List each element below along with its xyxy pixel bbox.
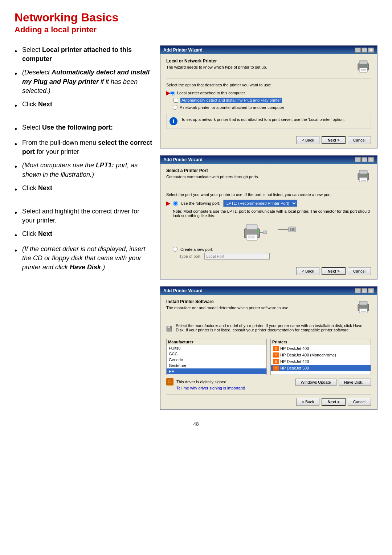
- wizard-2-printer-image: [166, 221, 371, 243]
- svg-point-31: [366, 306, 367, 307]
- svg-rect-33: [167, 326, 170, 328]
- wizard-2-back-button[interactable]: < Back: [296, 267, 319, 275]
- wizard-1-maximize[interactable]: □: [362, 48, 367, 53]
- bullet-italic-bold-1: Automatically detect and install my Plug…: [22, 69, 150, 85]
- manufacturer-item-fujitsu[interactable]: Fujitsu: [167, 345, 266, 351]
- wizard-2-cancel-button[interactable]: Cancel: [348, 267, 371, 275]
- wizard-1-minimize[interactable]: _: [355, 48, 361, 53]
- wizard-1-radio-local[interactable]: [170, 91, 175, 95]
- wizard-1-cancel-button[interactable]: Cancel: [348, 136, 371, 144]
- svg-rect-9: [361, 179, 366, 179]
- wizard-2-header-desc: Computers communicate with printers thro…: [166, 175, 259, 179]
- printer-illustration: [241, 221, 267, 243]
- have-disk-row: Windows Update Have Disk...: [295, 379, 371, 386]
- printer-list-header: Printers: [271, 339, 371, 345]
- manufacturer-item-gcc[interactable]: GCC: [167, 351, 266, 357]
- wizard-2-radio-create-port[interactable]: [173, 247, 177, 252]
- wizard-1-title: Add Printer Wizard: [163, 48, 203, 53]
- wizard-3-next-button[interactable]: Next >: [322, 398, 345, 406]
- wizard-3-close[interactable]: ✕: [368, 288, 374, 293]
- wizard-2-titlebar-buttons: _ □ ✕: [355, 157, 374, 162]
- wizard-1-titlebar: Add Printer Wizard _ □ ✕: [160, 46, 377, 54]
- wizard-1-next-button[interactable]: Next >: [322, 136, 345, 144]
- wizard-1-content: Select the option that describes the pri…: [166, 83, 371, 110]
- wizard-1-checkbox-auto[interactable]: [173, 98, 178, 103]
- bullet-pull-down: • From the pull-down menu select the cor…: [15, 138, 152, 156]
- printer-item-deskjet400m[interactable]: 🖨 HP DeskJet 400 (Monochrome): [271, 352, 371, 358]
- wizard-2-create-port: Create a new port:: [166, 247, 371, 252]
- bullet-text-1: Select Local printer attached to this co…: [22, 45, 152, 64]
- section-3: • Select and highlight the correct drive…: [15, 207, 152, 272]
- printer-item-deskjet400[interactable]: 🖨 HP DeskJet 400: [271, 345, 371, 352]
- svg-point-11: [366, 175, 367, 176]
- bullet-text-3: Click Next: [22, 100, 52, 109]
- svg-rect-1: [359, 61, 367, 64]
- wizard-3-info-text: Select the manufacturer and model of you…: [176, 323, 371, 332]
- wizard-2-next-button[interactable]: Next >: [322, 267, 345, 275]
- wizard-2-port-select[interactable]: LPT1: (Recommended Printer Port) LPT2: C…: [223, 200, 297, 207]
- wizard-1-titlebar-buttons: _ □ ✕: [355, 48, 374, 53]
- manufacturer-item-generic[interactable]: Generic: [167, 357, 266, 363]
- svg-rect-7: [359, 170, 367, 174]
- wizard-2-maximize[interactable]: □: [362, 157, 367, 162]
- printer-small-icon-4: 🖨: [273, 366, 279, 371]
- page-number-text: 48: [193, 421, 199, 427]
- bullet-bold-3: Use the following port:: [42, 124, 113, 131]
- svg-rect-30: [361, 311, 366, 312]
- printer-item-deskjet500[interactable]: 🖨 HP DeskJet 500: [271, 365, 371, 371]
- printer-item-deskjet420[interactable]: 🖨 HP DeskJet 420: [271, 358, 371, 365]
- svg-rect-15: [248, 236, 255, 237]
- wizard-1-option2[interactable]: A network printer, or a printer attached…: [166, 105, 371, 110]
- wizard-2-port-type-input[interactable]: [204, 253, 270, 260]
- wizard-3-back-button[interactable]: < Back: [296, 398, 319, 406]
- wizard-2-minimize[interactable]: _: [355, 157, 361, 162]
- subtitle-text: Adding a local printer: [15, 25, 377, 34]
- wizard-2-radio-use-port[interactable]: [173, 201, 178, 206]
- manufacturer-item-hp[interactable]: HP: [167, 368, 266, 374]
- bullet-select-local: • Select Local printer attached to this …: [15, 45, 152, 64]
- have-disk-button[interactable]: Have Disk...: [339, 379, 371, 386]
- windows-update-button[interactable]: Windows Update: [295, 379, 336, 386]
- wizard-2-port-label: Use the following port:: [181, 201, 220, 205]
- title-text: Networking Basics: [15, 11, 377, 24]
- wizard-1-option1-label: Local printer attached to this computer: [177, 91, 245, 95]
- svg-rect-35: [168, 329, 170, 331]
- wizard-1-checkbox-label: Automatically detect and install my Plug…: [180, 98, 282, 103]
- wizard-3-printer-icon: [356, 299, 371, 315]
- wizard-3-manufacturer-list: Manufacturer Fujitsu GCC Generic Gestetn…: [166, 339, 267, 375]
- wizard-3-minimize[interactable]: _: [355, 288, 361, 293]
- wizard-1-radio-network[interactable]: [173, 105, 177, 110]
- driver-sign-link[interactable]: Tell me why driver signing is important!: [176, 386, 245, 390]
- bullet-text-10: (If the correct driver is not displayed,…: [22, 245, 152, 272]
- printer-small-icon-3: 🖨: [273, 359, 279, 364]
- wizard-3-printer-list: Printers 🖨 HP DeskJet 400 🖨 HP DeskJet 4…: [270, 339, 371, 375]
- svg-rect-16: [248, 237, 255, 238]
- wizard-2-port-type-label: Type of port:: [179, 254, 201, 258]
- printer-icon-svg: [356, 58, 371, 74]
- wizard-1-back-button[interactable]: < Back: [296, 136, 319, 144]
- wizard-1-header-title: Local or Network Printer: [166, 58, 267, 64]
- svg-rect-2: [359, 68, 367, 72]
- wizard-3-header-desc: The manufacturer and model determine whi…: [166, 306, 289, 310]
- bullet-dot-10: •: [15, 245, 17, 256]
- wizard-3-footer: < Back Next > Cancel: [166, 395, 371, 406]
- wizard-2-header-title: Select a Printer Port: [166, 168, 259, 173]
- printer-img-container: [241, 221, 296, 243]
- wizard-1-option1[interactable]: ▶ Local printer attached to this compute…: [166, 90, 371, 96]
- wizard-2-arrow: ▶: [166, 200, 170, 206]
- wizard-2-create-label: Create a new port:: [180, 247, 213, 252]
- bullet-italic-bold-3: Have Disk: [70, 264, 101, 271]
- wizard-3-title: Add Printer Wizard: [163, 288, 203, 293]
- printer-small-icon-2: 🖨: [273, 352, 279, 358]
- right-panel: Add Printer Wizard _ □ ✕ Local or Networ…: [160, 45, 377, 410]
- wizard-1-footer: < Back Next > Cancel: [166, 133, 371, 144]
- wizard-2-close[interactable]: ✕: [368, 157, 374, 162]
- bullet-text-5: From the pull-down menu select the corre…: [22, 138, 152, 156]
- wizard-3-maximize[interactable]: □: [362, 288, 367, 293]
- wizard-3-cancel-button[interactable]: Cancel: [348, 398, 371, 406]
- page-number: 48: [15, 421, 377, 427]
- wizard-1-close[interactable]: ✕: [368, 48, 374, 53]
- printer-icon-svg-2: [356, 168, 371, 183]
- manufacturer-item-gestetner[interactable]: Gestetner: [167, 363, 266, 368]
- wizard-2-header-text: Select a Printer Port Computers communic…: [166, 168, 259, 179]
